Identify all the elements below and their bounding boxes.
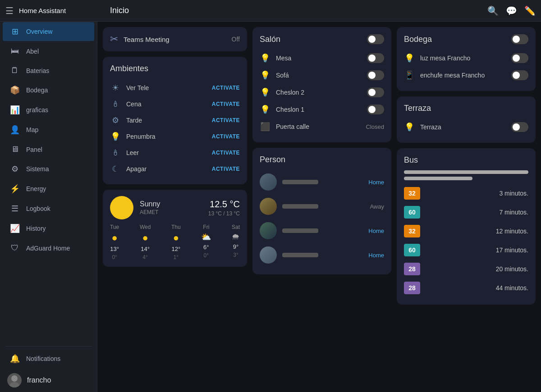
- activate-btn-5[interactable]: ACTIVATE: [212, 164, 240, 174]
- sidebar-label-history: History: [26, 225, 46, 232]
- sidebar-item-baterias[interactable]: 🗒 Baterias: [3, 61, 94, 80]
- device-name-3: Cheslon 1: [276, 106, 304, 113]
- scene-name-3: Penumbra: [126, 133, 156, 140]
- sidebar-label-logbook: Logbook: [26, 205, 50, 212]
- bus-num-3: 60: [404, 244, 420, 256]
- bodega-master-toggle[interactable]: [511, 34, 528, 44]
- person-name-2: [282, 228, 318, 233]
- person-row-1: Away: [260, 194, 384, 219]
- main-content: ✂ Teams Meeting Off Ambientes ☀ Ver Tele…: [97, 22, 541, 392]
- activate-btn-2[interactable]: ACTIVATE: [212, 115, 240, 125]
- day-icon-4: 🌧: [232, 232, 240, 242]
- sidebar-item-panel[interactable]: 🖥 Panel: [3, 140, 94, 159]
- ambiente-left-4: 🕯 Leer: [110, 148, 139, 158]
- bus-time-3: 17 minutos.: [496, 246, 528, 254]
- person-name-1: [282, 204, 318, 209]
- weather-left: Sunny AEMET: [110, 196, 160, 219]
- person-row-0: Home: [260, 170, 384, 194]
- sidebar-item-abel[interactable]: 🛏 Abel: [3, 42, 94, 60]
- device-toggle-3[interactable]: [367, 105, 384, 114]
- terraza-toggle-0[interactable]: [511, 122, 528, 132]
- sidebar-item-notifications[interactable]: 🔔 Notifications: [3, 349, 94, 368]
- person-name-0: [282, 180, 318, 184]
- sidebar-label-notifications: Notifications: [26, 355, 60, 362]
- bodega-plug-icon: 📱: [404, 70, 415, 80]
- svg-point-0: [11, 375, 18, 382]
- teams-label: Teams Meeting: [124, 36, 170, 43]
- sidebar-label-panel: Panel: [26, 146, 42, 153]
- door-icon: ⬛: [260, 122, 270, 132]
- ambiente-left: ☀ Ver Tele: [110, 83, 149, 93]
- energy-icon: ⚡: [10, 184, 20, 194]
- scene-name-1: Cena: [126, 100, 141, 108]
- device-name-1: Sofá: [276, 72, 289, 79]
- bus-row-4: 28 20 minutos.: [404, 260, 528, 278]
- sidebar-label-map: Map: [26, 126, 38, 133]
- username-label: francho: [27, 376, 51, 384]
- bus-row-1: 60 7 minutos.: [404, 203, 528, 222]
- bus-time-1: 7 minutos.: [499, 209, 528, 216]
- weather-days: Tue ● 13° 0° Wed ● 14° 4° Thu ● 12°: [110, 224, 240, 260]
- person-status-1: Away: [370, 203, 384, 210]
- scene-icon-4: 🕯: [110, 148, 121, 158]
- sun-icon: [110, 196, 133, 219]
- edit-icon[interactable]: ✏️: [524, 5, 536, 16]
- scene-name-5: Apagar: [126, 165, 147, 173]
- device-name-0: Mesa: [276, 55, 291, 62]
- salon-device-4: ⬛ Puerta calle Closed: [260, 118, 384, 135]
- activate-btn-0[interactable]: ACTIVATE: [212, 83, 240, 93]
- main-layout: ⊞ Overview 🛏 Abel 🗒 Baterias 📦 Bodega 📊 …: [0, 22, 541, 392]
- day-high-4: 9°: [233, 243, 238, 250]
- light-icon-2: 💡: [260, 87, 270, 97]
- sidebar-user[interactable]: francho: [0, 369, 97, 392]
- bus-time-0: 3 minutos.: [499, 190, 528, 197]
- bodega-toggle-0[interactable]: [511, 53, 528, 63]
- salon-card: Salón 💡 Mesa 💡 Sofá: [252, 27, 391, 142]
- sidebar-item-overview[interactable]: ⊞ Overview: [3, 22, 94, 41]
- bus-num-0: 32: [404, 187, 420, 200]
- door-status: Closed: [366, 123, 384, 130]
- sidebar-label-overview: Overview: [26, 28, 52, 35]
- chat-icon[interactable]: 💬: [506, 5, 517, 16]
- bus-progress-1: [404, 170, 528, 174]
- activate-btn-4[interactable]: ACTIVATE: [212, 148, 240, 158]
- bus-time-4: 20 minutos.: [496, 265, 528, 273]
- sidebar-item-history[interactable]: 📈 History: [3, 219, 94, 238]
- bus-num-5: 28: [404, 282, 420, 294]
- device-toggle-0[interactable]: [367, 53, 384, 63]
- salon-device-2: 💡 Cheslon 2: [260, 84, 384, 101]
- sidebar-item-sistema[interactable]: ⚙ Sistema: [3, 160, 94, 178]
- bed-icon: 🛏: [10, 46, 20, 56]
- bus-num-1: 60: [404, 206, 420, 219]
- bodega-light-icon: 💡: [404, 53, 415, 63]
- teams-card: ✂ Teams Meeting Off: [103, 27, 247, 51]
- weather-top: Sunny AEMET 12.5 °C 13 °C / 13 °C: [110, 196, 240, 219]
- bodega-device-name-1: enchufe mesa Francho: [420, 72, 485, 79]
- bodega-device-1: 📱 enchufe mesa Francho: [404, 67, 528, 84]
- activate-btn-3[interactable]: ACTIVATE: [212, 132, 240, 141]
- scene-name-4: Leer: [126, 149, 139, 156]
- salon-master-toggle[interactable]: [367, 34, 384, 44]
- sidebar-item-bodega[interactable]: 📦 Bodega: [3, 81, 94, 100]
- ambiente-left-1: 🕯 Cena: [110, 100, 141, 109]
- person-avatar-0: [260, 173, 277, 191]
- ambiente-row-1: 🕯 Cena ACTIVATE: [110, 96, 240, 112]
- scene-name-2: Tarde: [126, 117, 142, 124]
- sidebar-item-adguard[interactable]: 🛡 AdGuard Home: [3, 239, 94, 257]
- sidebar-item-map[interactable]: 👤 Map: [3, 120, 94, 139]
- activate-btn-1[interactable]: ACTIVATE: [212, 99, 240, 109]
- bodega-device-0: 💡 luz mesa Francho: [404, 50, 528, 67]
- sidebar-item-energy[interactable]: ⚡ Energy: [3, 179, 94, 198]
- salon-device-1: 💡 Sofá: [260, 67, 384, 84]
- device-toggle-2[interactable]: [367, 87, 384, 97]
- search-icon[interactable]: 🔍: [487, 5, 499, 16]
- device-toggle-1[interactable]: [367, 70, 384, 80]
- teams-icon: ✂: [110, 33, 118, 45]
- menu-icon[interactable]: ☰: [5, 5, 14, 16]
- sidebar-item-logbook[interactable]: ☰ Logbook: [3, 199, 94, 218]
- scene-icon-5: ☾: [110, 164, 121, 174]
- col1: ✂ Teams Meeting Off Ambientes ☀ Ver Tele…: [103, 27, 247, 305]
- sidebar-item-graficas[interactable]: 📊 graficas: [3, 100, 94, 119]
- sidebar: ⊞ Overview 🛏 Abel 🗒 Baterias 📦 Bodega 📊 …: [0, 22, 97, 392]
- bodega-toggle-1[interactable]: [511, 70, 528, 80]
